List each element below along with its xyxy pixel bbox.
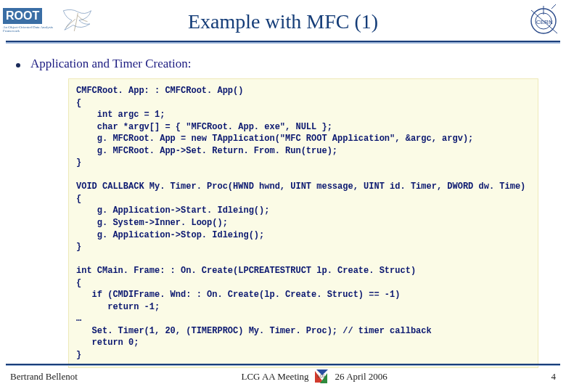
header-rule [6, 41, 560, 44]
footer-rule [6, 364, 560, 366]
slide-title: Example with MFC (1) [0, 10, 566, 33]
slide-header: ROOT An Object-Oriented Data Analysis Fr… [0, 0, 566, 46]
footer-date: 26 April 2006 [335, 371, 387, 383]
bullet-icon [16, 63, 20, 68]
cern-logo: CERN [527, 4, 560, 38]
slide-content: Application and Timer Creation: CMFCRoot… [0, 46, 566, 368]
bullet-text: Application and Timer Creation: [30, 57, 191, 71]
cern-logo-text: CERN [536, 19, 553, 25]
footer-event: LCG AA Meeting [241, 371, 308, 383]
slide-footer: Bertrand Bellenot LCG AA Meeting LCG 26 … [0, 369, 566, 385]
svg-line-4 [551, 4, 556, 9]
bullet-item: Application and Timer Creation: [16, 57, 550, 71]
page-number: 4 [551, 371, 557, 383]
footer-author: Bertrand Bellenot [10, 371, 78, 383]
code-block: CMFCRoot. App: : CMFCRoot. App() { int a… [68, 78, 538, 368]
lcg-icon: LCG [315, 369, 329, 384]
footer-center: LCG AA Meeting LCG 26 April 2006 [241, 369, 387, 384]
